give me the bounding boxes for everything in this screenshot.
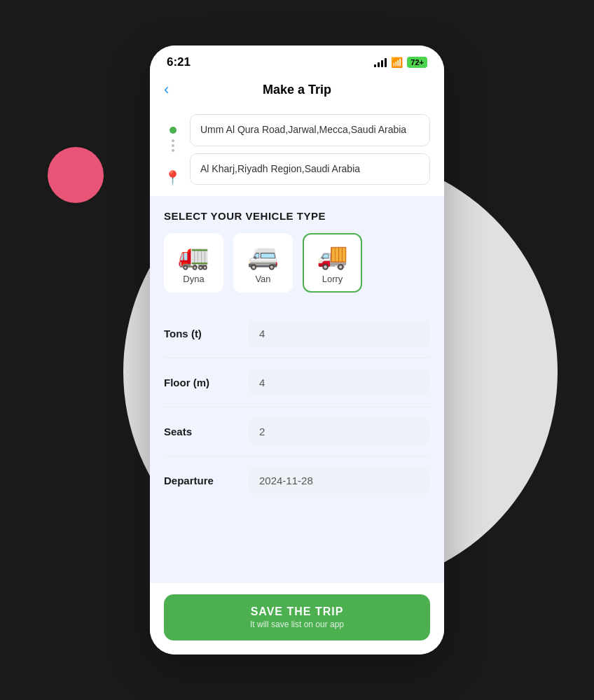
dot-3 bbox=[172, 149, 174, 152]
tons-value[interactable]: 4 bbox=[248, 321, 430, 346]
signal-icon bbox=[374, 57, 387, 67]
van-icon: 🚐 bbox=[247, 241, 279, 271]
origin-input[interactable]: Umm Al Qura Road,Jarwal,Mecca,Saudi Arab… bbox=[190, 114, 430, 146]
vehicle-card-van[interactable]: 🚐 Van bbox=[233, 233, 293, 293]
route-dots: 📍 bbox=[164, 114, 181, 185]
floor-label: Floor (m) bbox=[164, 377, 248, 388]
destination-pin-icon: 📍 bbox=[164, 171, 181, 185]
dyna-icon: 🚛 bbox=[178, 241, 209, 271]
trip-details: Tons (t) 4 Floor (m) 4 Seats 2 Departure… bbox=[164, 309, 430, 505]
van-label: Van bbox=[255, 274, 270, 284]
seats-label: Seats bbox=[164, 426, 248, 438]
dyna-label: Dyna bbox=[183, 274, 204, 284]
route-inputs: Umm Al Qura Road,Jarwal,Mecca,Saudi Arab… bbox=[190, 114, 430, 185]
tons-label: Tons (t) bbox=[164, 328, 248, 340]
floor-value[interactable]: 4 bbox=[248, 370, 430, 396]
vehicle-section: SELECT YOUR VEHICLE TYPE 🚛 Dyna 🚐 Van 🚚 … bbox=[150, 196, 444, 583]
save-button-container: SAVE THE TRIP It will save list on our a… bbox=[150, 583, 444, 654]
detail-row-departure: Departure 2024-11-28 bbox=[164, 456, 430, 505]
phone-frame: 6:21 📶 72+ ‹ Make a Trip bbox=[150, 46, 444, 654]
departure-value[interactable]: 2024-11-28 bbox=[248, 468, 430, 493]
dot-1 bbox=[172, 139, 174, 142]
battery-icon: 72+ bbox=[407, 57, 427, 68]
seats-value[interactable]: 2 bbox=[248, 419, 430, 444]
destination-input[interactable]: Al Kharj,Riyadh Region,Saudi Arabia bbox=[190, 153, 430, 186]
origin-dot bbox=[170, 127, 177, 134]
vehicle-section-title: SELECT YOUR VEHICLE TYPE bbox=[164, 210, 430, 222]
status-time: 6:21 bbox=[167, 55, 191, 69]
lorry-icon: 🚚 bbox=[317, 241, 348, 271]
save-btn-title: SAVE THE TRIP bbox=[251, 606, 344, 618]
dot-2 bbox=[172, 144, 174, 147]
detail-row-seats: Seats 2 bbox=[164, 407, 430, 456]
status-icons: 📶 72+ bbox=[374, 57, 427, 68]
vehicle-options: 🚛 Dyna 🚐 Van 🚚 Lorry bbox=[164, 233, 430, 293]
vehicle-card-lorry[interactable]: 🚚 Lorry bbox=[303, 233, 362, 293]
route-line bbox=[172, 139, 174, 165]
status-bar: 6:21 📶 72+ bbox=[150, 46, 444, 75]
save-trip-button[interactable]: SAVE THE TRIP It will save list on our a… bbox=[164, 594, 430, 640]
detail-row-tons: Tons (t) 4 bbox=[164, 309, 430, 358]
departure-label: Departure bbox=[164, 475, 248, 486]
back-button[interactable]: ‹ bbox=[164, 82, 169, 97]
vehicle-card-dyna[interactable]: 🚛 Dyna bbox=[164, 233, 223, 293]
save-btn-subtitle: It will save list on our app bbox=[250, 620, 344, 629]
lorry-label: Lorry bbox=[322, 274, 343, 284]
decorative-pink-dot bbox=[48, 147, 104, 203]
page-header: ‹ Make a Trip bbox=[150, 75, 444, 107]
route-section: 📍 Umm Al Qura Road,Jarwal,Mecca,Saudi Ar… bbox=[150, 107, 444, 196]
detail-row-floor: Floor (m) 4 bbox=[164, 358, 430, 407]
wifi-icon: 📶 bbox=[391, 57, 403, 68]
page-title: Make a Trip bbox=[263, 83, 331, 97]
